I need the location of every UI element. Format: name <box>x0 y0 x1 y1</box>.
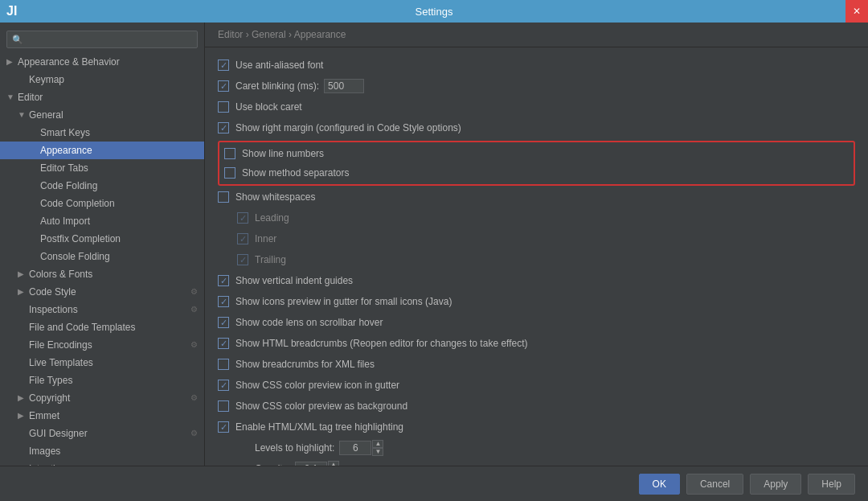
checkbox-whitespaces[interactable] <box>218 191 229 203</box>
label-caret-blinking: Caret blinking (ms): <box>235 78 319 94</box>
sidebar-item-keymap[interactable]: Keymap <box>0 71 204 88</box>
checkbox-breadcrumbs-xml[interactable] <box>218 359 229 370</box>
settings-icon: ⚙ <box>190 391 198 405</box>
checkbox-line-numbers[interactable] <box>224 148 235 159</box>
sidebar-item-label: Editor Tabs <box>40 161 198 175</box>
expand-arrow <box>6 90 18 105</box>
sidebar-item-inspections[interactable]: Inspections ⚙ <box>0 301 204 318</box>
sidebar-item-label: Code Folding <box>40 179 198 193</box>
label-inner: Inner <box>255 231 276 247</box>
checkbox-block-caret[interactable] <box>218 101 229 113</box>
checkbox-right-margin[interactable] <box>218 122 229 133</box>
sidebar-item-intentions[interactable]: Intentions <box>0 460 204 466</box>
sidebar-item-label: Code Completion <box>40 196 198 211</box>
sidebar-item-auto-import[interactable]: Auto Import <box>0 212 204 230</box>
spinner-down-levels[interactable]: ▼ <box>372 448 383 456</box>
label-opacity: Opacity: <box>255 461 290 466</box>
sidebar-item-file-code-templates[interactable]: File and Code Templates <box>0 318 204 336</box>
setting-icons-preview: Show icons preview in gutter for small i… <box>218 294 855 310</box>
sidebar-item-smart-keys[interactable]: Smart Keys <box>0 124 204 142</box>
input-levels[interactable] <box>339 441 371 455</box>
checkbox-html-xml-highlight[interactable] <box>218 421 229 433</box>
spinner-levels: ▲ ▼ <box>339 440 383 456</box>
checkbox-html-breadcrumbs[interactable] <box>218 338 229 349</box>
sidebar-item-gui-designer[interactable]: GUI Designer ⚙ <box>0 425 204 442</box>
checkbox-icons-preview[interactable] <box>218 296 229 307</box>
sidebar-item-label: File Types <box>29 373 198 388</box>
spinner-buttons-levels: ▲ ▼ <box>372 440 383 456</box>
setting-trailing: Trailing <box>218 252 855 268</box>
sidebar-item-code-completion[interactable]: Code Completion <box>0 195 204 212</box>
sidebar-item-file-types[interactable]: File Types <box>0 372 204 389</box>
setting-html-breadcrumbs: Show HTML breadcrumbs (Reopen editor for… <box>218 335 855 351</box>
setting-css-color-preview: Show CSS color preview icon in gutter <box>218 377 855 393</box>
label-levels-highlight: Levels to highlight: <box>255 440 334 456</box>
sidebar-item-label: Auto Import <box>40 214 198 228</box>
main-container: 🔍 Appearance & Behavior Keymap Editor Ge… <box>0 23 868 466</box>
sidebar-item-label: Intentions <box>29 462 198 466</box>
sidebar-item-file-encodings[interactable]: File Encodings ⚙ <box>0 336 204 354</box>
help-button[interactable]: Help <box>808 474 855 495</box>
checkbox-css-color-preview[interactable] <box>218 380 229 391</box>
sidebar-item-live-templates[interactable]: Live Templates <box>0 354 204 372</box>
settings-icon: ⚙ <box>190 338 198 352</box>
apply-button[interactable]: Apply <box>750 474 801 495</box>
checkbox-vertical-indent[interactable] <box>218 275 229 286</box>
spinner-up-opacity[interactable]: ▲ <box>328 461 339 466</box>
input-opacity[interactable] <box>295 462 327 466</box>
sidebar-item-code-folding[interactable]: Code Folding <box>0 177 204 195</box>
sidebar-search[interactable]: 🔍 <box>6 31 198 48</box>
sidebar-item-code-style[interactable]: Code Style ⚙ <box>0 283 204 301</box>
breadcrumb: Editor › General › Appearance <box>205 23 868 47</box>
setting-code-lens: Show code lens on scrollbar hover <box>218 314 855 331</box>
settings-icon: ⚙ <box>190 302 198 317</box>
setting-leading: Leading <box>218 210 855 226</box>
checkbox-inner[interactable] <box>237 233 248 244</box>
sidebar-item-label: Appearance <box>40 143 198 158</box>
checkbox-caret-blinking[interactable] <box>218 80 229 92</box>
sidebar-item-label: Emmet <box>29 409 198 423</box>
sidebar-item-console-folding[interactable]: Console Folding <box>0 248 204 265</box>
setting-caret-blinking: Caret blinking (ms): <box>218 78 855 94</box>
sidebar-item-label: Smart Keys <box>40 125 198 140</box>
sidebar-item-editor-tabs[interactable]: Editor Tabs <box>0 159 204 177</box>
search-icon: 🔍 <box>12 35 23 45</box>
label-whitespaces: Show whitespaces <box>235 189 315 205</box>
search-input[interactable] <box>27 34 192 45</box>
cancel-button[interactable]: Cancel <box>686 474 743 495</box>
sidebar: 🔍 Appearance & Behavior Keymap Editor Ge… <box>0 23 205 466</box>
checkbox-code-lens[interactable] <box>218 317 229 328</box>
sidebar-item-general[interactable]: General <box>0 106 204 124</box>
sidebar-item-label: Live Templates <box>29 355 198 370</box>
sidebar-item-appearance[interactable]: Appearance <box>0 142 204 159</box>
sidebar-item-label: Images <box>29 444 198 458</box>
checkbox-trailing[interactable] <box>237 254 248 265</box>
content-area: Editor › General › Appearance Use anti-a… <box>205 23 868 466</box>
sidebar-item-label: Copyright <box>29 391 187 405</box>
sidebar-item-appearance-behavior[interactable]: Appearance & Behavior <box>0 53 204 71</box>
sidebar-item-postfix-completion[interactable]: Postfix Completion <box>0 230 204 248</box>
setting-block-caret: Use block caret <box>218 99 855 115</box>
expand-arrow <box>18 391 29 405</box>
spinner-up-levels[interactable]: ▲ <box>372 440 383 448</box>
input-caret-blinking[interactable] <box>324 79 364 93</box>
checkbox-leading[interactable] <box>237 212 248 224</box>
label-anti-aliased: Use anti-aliased font <box>235 57 323 73</box>
sidebar-item-label: General <box>29 108 198 122</box>
footer: OK Cancel Apply Help <box>0 466 868 501</box>
close-button[interactable]: ✕ <box>845 0 868 23</box>
checkbox-anti-aliased[interactable] <box>218 60 229 71</box>
ok-button[interactable]: OK <box>639 474 680 495</box>
sidebar-item-emmet[interactable]: Emmet <box>0 407 204 425</box>
sidebar-item-copyright[interactable]: Copyright ⚙ <box>0 389 204 407</box>
sidebar-item-images[interactable]: Images <box>0 442 204 460</box>
checkbox-method-separators[interactable] <box>224 167 235 179</box>
label-vertical-indent: Show vertical indent guides <box>235 273 353 289</box>
sidebar-item-editor[interactable]: Editor <box>0 88 204 106</box>
label-right-margin: Show right margin (configured in Code St… <box>235 120 461 136</box>
checkbox-css-color-background[interactable] <box>218 400 229 412</box>
window-title: Settings <box>416 6 453 18</box>
sidebar-item-label: Appearance & Behavior <box>18 55 198 69</box>
setting-levels-highlight: Levels to highlight: ▲ ▼ <box>218 440 855 456</box>
sidebar-item-colors-fonts[interactable]: Colors & Fonts <box>0 265 204 283</box>
